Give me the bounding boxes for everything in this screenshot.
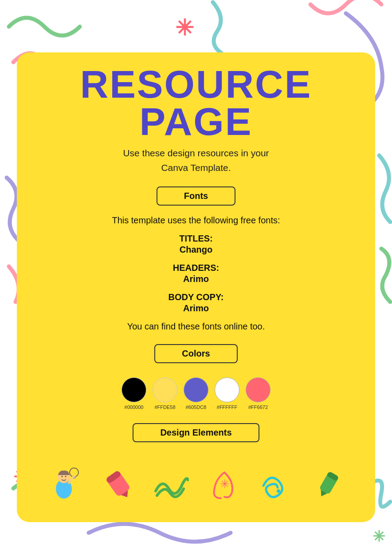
swatch-black: #000000: [122, 377, 146, 410]
swatch-purple-circle: [184, 377, 208, 402]
font-titles: TITLES: Chango: [179, 234, 213, 255]
title-line1: RESOURCE: [80, 66, 312, 103]
swatch-purple: #605DC8: [184, 377, 208, 410]
font-body-name: Arimo: [169, 303, 224, 313]
doodle-asterisk-swirl: ✳: [208, 468, 241, 501]
svg-point-14: [277, 489, 280, 493]
title-line2: PAGE: [80, 103, 312, 140]
swatch-white-label: #FFFFFF: [217, 404, 237, 410]
colors-section-button: Colors: [154, 344, 237, 363]
fonts-section-button: Fonts: [157, 186, 235, 206]
svg-text:✳: ✳: [220, 477, 230, 491]
doodle-swirl-teal: [259, 468, 294, 501]
font-headers-name: Arimo: [173, 274, 219, 284]
svg-point-8: [61, 476, 63, 477]
swatch-pink-circle: [246, 377, 270, 402]
font-titles-label: TITLES:: [179, 234, 213, 244]
swatch-yellow-circle: [153, 377, 177, 402]
svg-text:✳: ✳: [372, 528, 385, 545]
font-headers: HEADERS: Arimo: [173, 263, 219, 284]
swatch-purple-label: #605DC8: [186, 404, 206, 410]
swatch-white: #FFFFFF: [215, 377, 239, 410]
doodle-character: [48, 464, 84, 504]
main-card: RESOURCE PAGE Use these design resources…: [17, 52, 375, 522]
doodle-marker-green: [313, 469, 344, 500]
subtitle-text: Use these design resources in yourCanva …: [123, 146, 269, 175]
font-body-label: BODY COPY:: [169, 292, 224, 302]
font-titles-name: Chango: [179, 245, 213, 255]
swatch-yellow-label: #FFDE58: [154, 404, 175, 410]
fonts-intro: This template uses the following free fo…: [112, 215, 280, 226]
design-elements-section-button: Design Elements: [133, 423, 259, 442]
svg-point-9: [65, 476, 66, 477]
swatch-yellow: #FFDE58: [153, 377, 177, 410]
svg-text:✳: ✳: [175, 16, 194, 40]
swatch-black-circle: [122, 377, 146, 402]
color-swatches: #000000 #FFDE58 #605DC8 #FFFFFF #FF6672: [122, 377, 270, 410]
swatch-pink: #FF6672: [246, 377, 270, 410]
doodles-row: ✳: [43, 464, 349, 504]
page-title: RESOURCE PAGE: [80, 66, 312, 140]
swatch-black-label: #000000: [125, 404, 144, 410]
fonts-footer: You can find these fonts online too.: [127, 321, 265, 332]
swatch-white-circle: [215, 377, 239, 402]
font-headers-label: HEADERS:: [173, 263, 219, 273]
doodle-marker: [102, 468, 135, 501]
swatch-pink-label: #FF6672: [248, 404, 268, 410]
font-body: BODY COPY: Arimo: [169, 292, 224, 313]
doodle-scribble-green: [153, 469, 189, 500]
